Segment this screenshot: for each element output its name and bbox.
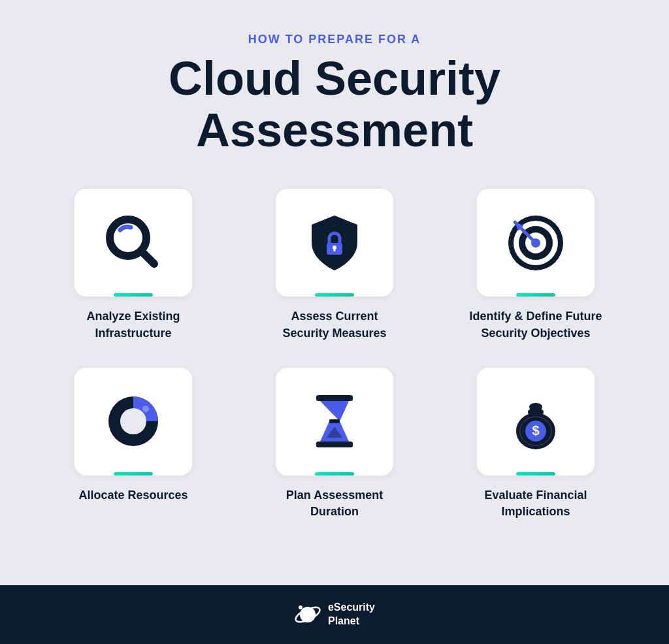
card-label-identify: Identify & Define FutureSecurity Objecti…: [469, 308, 602, 341]
svg-point-14: [142, 406, 149, 412]
brand-logo: eSecurityPlanet: [294, 601, 375, 628]
card-label-plan: Plan AssessmentDuration: [286, 487, 383, 520]
card-plan-duration: Plan AssessmentDuration: [253, 368, 416, 520]
svg-point-13: [120, 408, 146, 434]
icon-box-plan: [276, 368, 393, 475]
svg-point-25: [299, 605, 302, 609]
icon-box-analyze: [74, 189, 192, 297]
svg-text:$: $: [532, 423, 539, 438]
icon-box-assess: [276, 189, 393, 297]
card-evaluate-financial: $ Evaluate FinancialImplications: [455, 368, 617, 520]
magnify-icon: [101, 210, 166, 276]
svg-rect-15: [316, 395, 353, 401]
icon-box-identify: [477, 189, 595, 297]
card-label-evaluate: Evaluate FinancialImplications: [484, 487, 587, 520]
card-label-allocate: Allocate Resources: [78, 487, 188, 504]
card-assess-security: Assess CurrentSecurity Measures: [253, 189, 416, 341]
card-label-assess: Assess CurrentSecurity Measures: [282, 308, 386, 341]
svg-line-1: [141, 251, 154, 264]
hourglass-icon: [302, 389, 367, 454]
shield-lock-icon: [302, 210, 367, 276]
pie-chart-icon: [101, 389, 166, 454]
planet-logo-icon: [294, 601, 321, 628]
page-title: Cloud Security Assessment: [52, 53, 617, 156]
icon-box-evaluate: $: [477, 368, 595, 475]
target-icon: [503, 210, 568, 276]
svg-rect-17: [329, 419, 340, 423]
cards-grid: Analyze ExistingInfrastructure Assess Cu…: [52, 189, 617, 520]
card-analyze-infrastructure: Analyze ExistingInfrastructure: [52, 189, 214, 341]
money-bag-icon: $: [503, 389, 568, 454]
icon-box-allocate: [74, 368, 192, 475]
svg-rect-4: [334, 248, 336, 251]
card-identify-objectives: Identify & Define FutureSecurity Objecti…: [455, 189, 617, 341]
brand-name: eSecurityPlanet: [328, 601, 375, 628]
svg-rect-16: [316, 442, 353, 447]
subtitle: HOW TO PREPARE FOR A: [248, 33, 421, 46]
card-allocate-resources: Allocate Resources: [52, 368, 214, 520]
footer: eSecurityPlanet: [0, 585, 669, 644]
card-label-analyze: Analyze ExistingInfrastructure: [86, 308, 180, 341]
main-content: HOW TO PREPARE FOR A Cloud Security Asse…: [0, 0, 669, 585]
